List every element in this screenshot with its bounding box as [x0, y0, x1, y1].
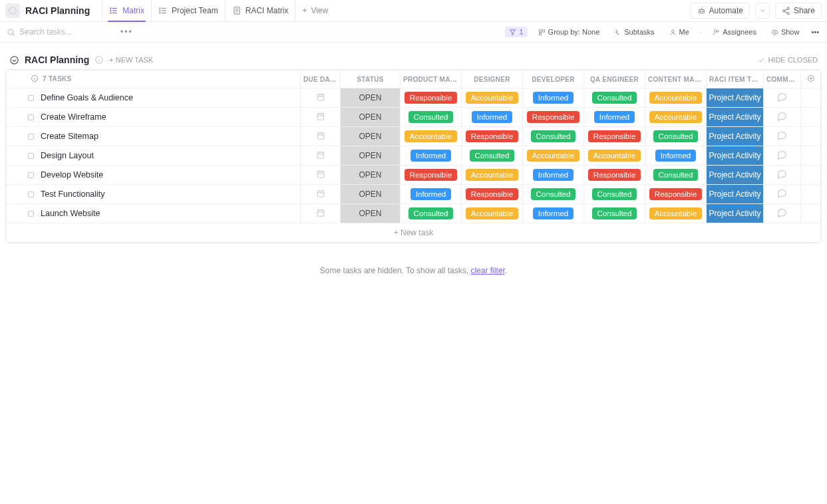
item-type-cell[interactable]: Project Activity	[707, 108, 763, 126]
raci-badge[interactable]: Informed	[411, 188, 451, 200]
col-role-1[interactable]: DESIGNER	[462, 70, 523, 88]
raci-badge[interactable]: Accountable	[527, 150, 579, 162]
col-status[interactable]: STATUS	[341, 70, 401, 88]
comment-icon[interactable]	[777, 133, 787, 142]
info-icon[interactable]	[94, 55, 104, 64]
calendar-icon[interactable]	[316, 172, 325, 181]
status-square-icon[interactable]	[28, 114, 34, 120]
task-cell[interactable]: Design Layout	[7, 146, 300, 165]
assignees-button[interactable]: Assignees	[709, 27, 760, 37]
search-more-button[interactable]: •••	[120, 27, 133, 37]
item-type-cell[interactable]: Project Activity	[707, 88, 763, 107]
comment-icon[interactable]	[777, 152, 787, 162]
task-cell[interactable]: Define Goals & Audience	[7, 88, 300, 107]
table-row[interactable]: Launch WebsiteOPENConsultedAccountableIn…	[7, 204, 821, 223]
tab-matrix[interactable]: Matrix	[102, 0, 151, 21]
new-task-button[interactable]: + NEW TASK	[109, 56, 153, 64]
task-cell[interactable]: Launch Website	[7, 204, 300, 223]
col-role-4[interactable]: CONTENT MANAGER	[645, 70, 707, 88]
raci-badge[interactable]: Accountable	[405, 130, 457, 142]
col-tasks-count[interactable]: 7 TASKS	[7, 70, 301, 88]
show-button[interactable]: Show	[767, 27, 804, 37]
automate-dropdown[interactable]	[755, 3, 770, 19]
toolbar-more-button[interactable]: •••	[810, 27, 820, 37]
raci-badge[interactable]: Consulted	[592, 207, 637, 219]
status-square-icon[interactable]	[28, 153, 34, 159]
col-role-2[interactable]: DEVELOPER	[523, 70, 584, 88]
raci-badge[interactable]: Accountable	[588, 150, 641, 162]
raci-badge[interactable]: Consulted	[653, 169, 699, 181]
raci-badge[interactable]: Accountable	[649, 92, 702, 104]
raci-badge[interactable]: Consulted	[409, 207, 454, 219]
hide-closed-button[interactable]: HIDE CLOSED	[758, 56, 818, 64]
share-button[interactable]: Share	[775, 3, 822, 19]
status-cell[interactable]: OPEN	[341, 88, 400, 107]
raci-badge[interactable]: Informed	[533, 169, 574, 181]
raci-badge[interactable]: Informed	[472, 111, 512, 123]
status-square-icon[interactable]	[28, 95, 34, 101]
chevron-down-circle-icon[interactable]	[9, 55, 19, 65]
comment-icon[interactable]	[777, 114, 787, 123]
clear-filter-link[interactable]: clear filter	[470, 266, 504, 275]
automate-button[interactable]: Automate	[691, 3, 750, 19]
status-square-icon[interactable]	[28, 172, 34, 178]
item-type-cell[interactable]: Project Activity	[707, 127, 763, 146]
raci-badge[interactable]: Responsible	[405, 92, 457, 104]
raci-badge[interactable]: Responsible	[466, 130, 518, 142]
status-cell[interactable]: OPEN	[341, 166, 400, 184]
status-square-icon[interactable]	[28, 191, 34, 197]
table-row[interactable]: Create SitemapOPENAccountableResponsible…	[7, 127, 821, 146]
calendar-icon[interactable]	[316, 210, 325, 219]
subtasks-button[interactable]: Subtasks	[610, 27, 658, 37]
raci-badge[interactable]: Informed	[533, 207, 574, 219]
raci-badge[interactable]: Consulted	[470, 150, 515, 162]
status-cell[interactable]: OPEN	[341, 204, 400, 223]
raci-badge[interactable]: Informed	[594, 111, 635, 123]
col-due-date[interactable]: DUE DATE	[301, 70, 341, 88]
calendar-icon[interactable]	[316, 114, 325, 123]
search-input[interactable]	[19, 27, 112, 37]
table-row[interactable]: Design LayoutOPENInformedConsultedAccoun…	[7, 146, 821, 166]
task-cell[interactable]: Create Wireframe	[7, 108, 300, 126]
comment-icon[interactable]	[777, 210, 787, 219]
item-type-cell[interactable]: Project Activity	[707, 166, 763, 184]
raci-badge[interactable]: Accountable	[466, 207, 518, 219]
table-row[interactable]: Test FunctionalityOPENInformedResponsibl…	[7, 185, 821, 204]
raci-badge[interactable]: Accountable	[649, 207, 702, 219]
status-square-icon[interactable]	[28, 211, 34, 217]
tab-project-team[interactable]: Project Team	[151, 0, 225, 21]
table-row[interactable]: Create WireframeOPENConsultedInformedRes…	[7, 108, 821, 127]
item-type-cell[interactable]: Project Activity	[707, 204, 763, 223]
add-task-link[interactable]: + New task	[394, 228, 434, 237]
col-role-3[interactable]: QA ENGINEER	[584, 70, 645, 88]
raci-badge[interactable]: Accountable	[466, 92, 518, 104]
table-row[interactable]: Develop WebsiteOPENResponsibleAccountabl…	[7, 166, 821, 185]
status-cell[interactable]: OPEN	[341, 108, 400, 126]
calendar-icon[interactable]	[316, 133, 325, 142]
raci-badge[interactable]: Responsible	[527, 111, 579, 123]
raci-badge[interactable]: Consulted	[592, 92, 637, 104]
group-by-button[interactable]: Group by: None	[534, 27, 604, 37]
task-cell[interactable]: Test Functionality	[7, 185, 300, 203]
status-cell[interactable]: OPEN	[341, 185, 400, 203]
col-item-type[interactable]: RACI ITEM TYPE	[707, 70, 764, 88]
add-column-button[interactable]	[801, 70, 821, 88]
raci-badge[interactable]: Consulted	[592, 188, 637, 200]
raci-badge[interactable]: Informed	[533, 92, 574, 104]
raci-badge[interactable]: Informed	[655, 150, 696, 162]
comment-icon[interactable]	[777, 172, 787, 181]
col-role-0[interactable]: PRODUCT MANAGER	[401, 70, 462, 88]
status-square-icon[interactable]	[28, 134, 34, 140]
raci-badge[interactable]: Accountable	[649, 111, 702, 123]
calendar-icon[interactable]	[316, 94, 325, 104]
comment-icon[interactable]	[777, 191, 787, 200]
raci-badge[interactable]: Responsible	[588, 169, 641, 181]
raci-badge[interactable]: Responsible	[649, 188, 702, 200]
status-cell[interactable]: OPEN	[341, 127, 400, 146]
filter-button[interactable]: 1	[505, 27, 527, 37]
tab-raci-matrix[interactable]: RACI Matrix	[225, 0, 295, 21]
comment-icon[interactable]	[777, 94, 787, 104]
raci-badge[interactable]: Responsible	[588, 130, 641, 142]
calendar-icon[interactable]	[316, 152, 325, 162]
col-comments[interactable]: COMMENTS	[764, 70, 801, 88]
